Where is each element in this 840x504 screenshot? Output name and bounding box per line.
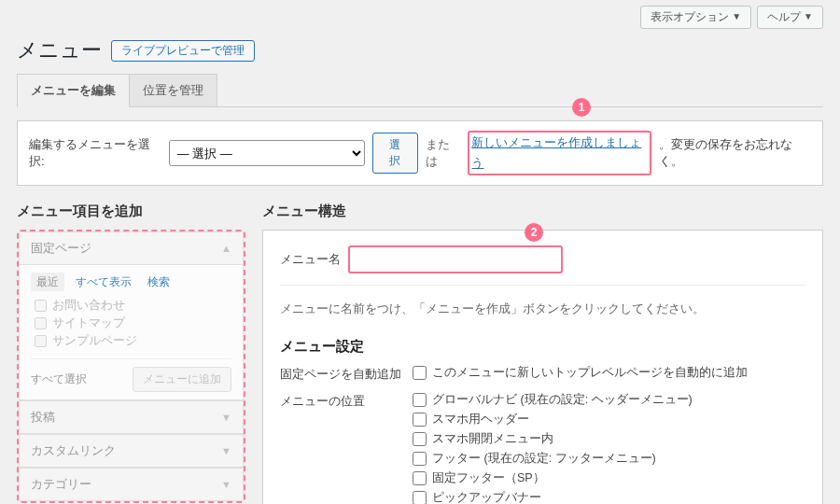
add-to-menu-button: メニューに追加: [133, 367, 231, 392]
page-check-0: [35, 300, 47, 312]
accordion-pages-label: 固定ページ: [31, 240, 91, 257]
page-item-0: お問い合わせ: [52, 298, 125, 314]
after-text: 。変更の保存をお忘れなく。: [659, 136, 811, 170]
chevron-up-icon: ▲: [221, 243, 231, 254]
tab-manage-locations[interactable]: 位置を管理: [129, 74, 217, 107]
loc-check-2[interactable]: [413, 432, 427, 446]
settings-heading: メニュー設定: [280, 338, 805, 356]
subtab-recent[interactable]: 最近: [31, 273, 64, 291]
page-item-2: サンプルページ: [52, 333, 137, 349]
or-text: または: [426, 136, 461, 170]
help-label: ヘルプ: [767, 10, 801, 23]
accordion-posts[interactable]: 投稿 ▼: [19, 400, 244, 434]
page-check-2: [35, 335, 47, 347]
structure-heading: メニュー構造: [262, 203, 823, 220]
loc-5: ピックアップバナー: [432, 490, 541, 504]
chevron-down-icon: ▼: [804, 11, 813, 21]
annotation-1: 1: [572, 98, 591, 117]
loc-check-3[interactable]: [413, 452, 427, 466]
loc-check-0[interactable]: [413, 393, 427, 407]
live-preview-button[interactable]: ライブプレビューで管理: [111, 40, 255, 62]
screen-options-button[interactable]: 表示オプション▼: [640, 6, 751, 29]
loc-4: 固定フッター（SP）: [432, 470, 545, 486]
accordion-categories[interactable]: カテゴリー ▼: [19, 468, 244, 501]
accordion-custom-label: カスタムリンク: [31, 442, 116, 459]
page-check-1: [35, 317, 47, 329]
accordion-custom-links[interactable]: カスタムリンク ▼: [19, 434, 244, 468]
menu-name-label: メニュー名: [280, 251, 341, 268]
add-items-box: 固定ページ ▲ 最近 すべて表示 検索 お問い合わせ サイトマップ サンプルペー…: [17, 230, 245, 503]
loc-check-4[interactable]: [413, 471, 427, 485]
chevron-down-icon: ▼: [732, 11, 741, 21]
select-all: すべて選択: [31, 371, 87, 387]
subtab-search[interactable]: 検索: [142, 273, 175, 291]
accordion-posts-label: 投稿: [31, 409, 55, 426]
add-items-heading: メニュー項目を追加: [17, 203, 245, 220]
loc-3: フッター (現在の設定: フッターメニュー): [432, 451, 656, 467]
accordion-pages[interactable]: 固定ページ ▲: [19, 231, 244, 265]
create-new-menu-link[interactable]: 新しいメニューを作成しましょう: [471, 135, 641, 170]
instruction-text: メニューに名前をつけ、「メニューを作成」ボタンをクリックしてください。: [280, 301, 805, 317]
subtab-all[interactable]: すべて表示: [70, 273, 137, 291]
loc-check-1[interactable]: [413, 413, 427, 427]
chevron-down-icon: ▼: [221, 445, 231, 456]
loc-1: スマホ用ヘッダー: [432, 412, 529, 427]
select-menu-label: 編集するメニューを選択:: [29, 136, 161, 170]
loc-2: スマホ開閉メニュー内: [432, 431, 553, 447]
chevron-down-icon: ▼: [221, 479, 231, 490]
menu-select[interactable]: — 選択 —: [169, 140, 365, 166]
highlight-new-menu: 新しいメニューを作成しましょう: [468, 131, 651, 175]
auto-add-label: 固定ページを自動追加: [280, 365, 413, 383]
screen-options-label: 表示オプション: [651, 10, 729, 23]
auto-add-text: このメニューに新しいトップレベルページを自動的に追加: [432, 365, 748, 381]
help-button[interactable]: ヘルプ▼: [757, 6, 823, 29]
auto-add-checkbox[interactable]: [413, 366, 427, 380]
annotation-2: 2: [525, 223, 543, 242]
select-button[interactable]: 選択: [372, 133, 418, 174]
tab-edit-menus[interactable]: メニューを編集: [17, 74, 130, 107]
loc-check-5[interactable]: [413, 491, 427, 504]
menu-name-input[interactable]: [348, 245, 563, 273]
accordion-categories-label: カテゴリー: [31, 476, 91, 493]
page-title: メニュー: [17, 36, 102, 64]
chevron-down-icon: ▼: [221, 412, 231, 423]
loc-0: グローバルナビ (現在の設定: ヘッダーメニュー): [432, 392, 693, 408]
page-item-1: サイトマップ: [52, 315, 125, 331]
location-label: メニューの位置: [280, 392, 413, 410]
